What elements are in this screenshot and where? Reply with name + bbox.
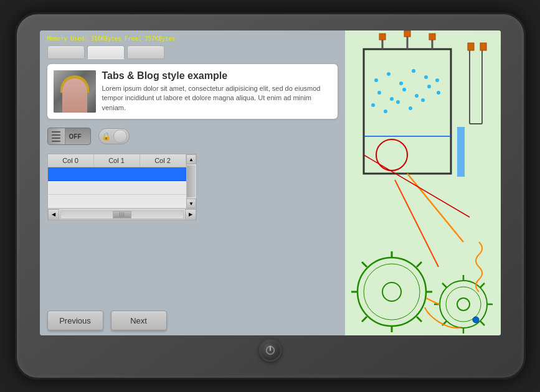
mechanical-diagram — [345, 30, 501, 335]
tab-3[interactable] — [127, 45, 164, 59]
svg-rect-57 — [468, 43, 474, 50]
svg-point-15 — [402, 88, 406, 91]
content-card: Tabs & Blog style example Lorem ipsum do… — [47, 64, 338, 119]
svg-point-10 — [399, 82, 403, 85]
svg-point-18 — [371, 103, 375, 107]
svg-point-19 — [384, 110, 387, 113]
svg-point-14 — [390, 97, 394, 101]
grip-2 — [121, 212, 122, 217]
svg-point-16 — [415, 94, 419, 98]
svg-point-20 — [396, 100, 400, 104]
col-header-2: Col 2 — [140, 154, 186, 167]
table-body: Col 0 Col 1 Col 2 — [48, 154, 186, 208]
svg-point-11 — [412, 69, 415, 73]
table-row-empty-2[interactable] — [48, 195, 186, 208]
svg-point-53 — [473, 317, 479, 323]
card-title: Tabs & Blog style example — [102, 70, 331, 82]
card-image — [54, 70, 96, 113]
power-button[interactable] — [259, 339, 282, 362]
table-header: Col 0 Col 1 Col 2 — [48, 154, 186, 167]
scroll-h-thumb[interactable] — [113, 211, 131, 218]
lock-toggle[interactable]: 🔒 — [98, 128, 130, 144]
next-button[interactable]: Next — [111, 310, 167, 330]
toggle-bars — [48, 128, 65, 144]
data-table: Col 0 Col 1 Col 2 ▲ ▼ — [47, 154, 197, 220]
tabs-row — [47, 45, 338, 59]
table-row-selected[interactable] — [48, 167, 186, 181]
svg-rect-5 — [379, 34, 386, 40]
table-with-scroll: Col 0 Col 1 Col 2 ▲ ▼ — [48, 154, 196, 208]
on-off-toggle[interactable]: OFF — [47, 128, 91, 145]
col-header-0: Col 0 — [48, 154, 94, 167]
card-body: Lorem ipsum dolor sit amet, consectetur … — [102, 84, 331, 113]
left-panel: Memory Used: 316KBytes Free: 757KBytes T… — [40, 30, 345, 335]
memory-display: Memory Used: 316KBytes Free: 757KBytes — [47, 35, 338, 42]
bar-line-2 — [52, 134, 60, 136]
svg-point-24 — [435, 78, 439, 82]
svg-point-22 — [421, 98, 425, 102]
screen: Memory Used: 316KBytes Free: 757KBytes T… — [40, 30, 501, 335]
bar-line-1 — [52, 131, 60, 133]
scroll-left-arrow[interactable]: ◀ — [48, 209, 59, 220]
bar-line-4 — [52, 141, 60, 142]
svg-point-9 — [387, 72, 391, 76]
grip-3 — [123, 212, 124, 217]
face-shape — [62, 78, 87, 113]
col-header-1: Col 1 — [94, 154, 140, 167]
scroll-thumb-v[interactable] — [187, 166, 196, 197]
svg-rect-7 — [429, 34, 435, 40]
svg-point-8 — [374, 78, 378, 82]
toggle-knob — [113, 129, 127, 143]
tab-2[interactable] — [87, 45, 125, 59]
grip-1 — [120, 212, 120, 217]
svg-point-13 — [377, 91, 381, 95]
toggle-label: OFF — [65, 133, 82, 140]
svg-point-17 — [427, 85, 431, 88]
card-text: Tabs & Blog style example Lorem ipsum do… — [102, 70, 331, 113]
table-row-empty-1[interactable] — [48, 181, 186, 195]
lock-icon: 🔒 — [100, 129, 113, 143]
previous-button[interactable]: Previous — [47, 310, 103, 330]
svg-point-23 — [437, 91, 440, 95]
svg-rect-6 — [404, 30, 410, 37]
power-icon — [265, 345, 276, 356]
controls-row: OFF 🔒 — [47, 128, 338, 145]
scrollbar-horizontal: ◀ ▶ — [48, 208, 196, 220]
scroll-h-track[interactable] — [60, 210, 184, 219]
scroll-down-arrow[interactable]: ▼ — [186, 198, 196, 208]
bar-line-3 — [52, 138, 60, 139]
scroll-right-arrow[interactable]: ▶ — [185, 209, 196, 220]
svg-rect-58 — [480, 43, 486, 50]
right-panel — [345, 30, 501, 335]
svg-point-12 — [424, 75, 428, 79]
svg-point-21 — [409, 106, 412, 110]
card-image-inner — [54, 70, 96, 113]
tab-1[interactable] — [47, 45, 85, 59]
svg-rect-26 — [457, 127, 465, 177]
tablet-device: Memory Used: 316KBytes Free: 757KBytes T… — [15, 12, 526, 380]
scroll-up-arrow[interactable]: ▲ — [186, 154, 196, 164]
scrollbar-vertical: ▲ ▼ — [186, 154, 196, 208]
nav-buttons: Previous Next — [47, 304, 338, 330]
